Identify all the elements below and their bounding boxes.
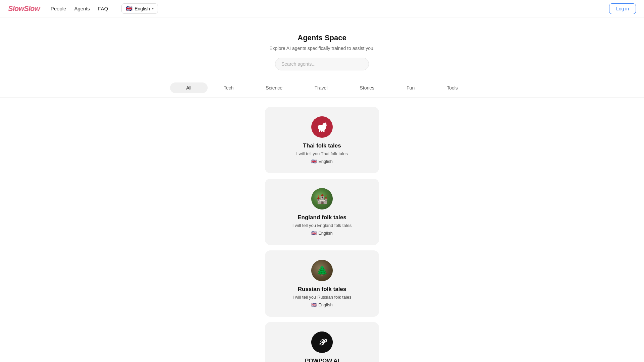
agent-desc-russian: I will tell you Russian folk tales — [273, 295, 371, 300]
agent-name-thai: Thai folk tales — [273, 142, 371, 149]
svg-point-9 — [325, 123, 326, 125]
category-bar: All Tech Science Travel Stories Fun Tool… — [0, 78, 644, 98]
svg-point-8 — [323, 123, 324, 125]
tab-tech[interactable]: Tech — [208, 82, 250, 93]
svg-rect-5 — [323, 130, 325, 132]
tab-fun[interactable]: Fun — [390, 82, 431, 93]
agent-language-russian: English — [318, 302, 333, 307]
nav-links: People Agents FAQ 🇬🇧 English ▾ — [51, 3, 158, 14]
powpow-avatar-image: 𝒫 — [311, 331, 333, 353]
search-container — [8, 58, 636, 70]
agent-lang-russian: 🇬🇧 English — [273, 302, 371, 307]
agent-language-england: English — [318, 231, 333, 236]
tab-tools[interactable]: Tools — [431, 82, 474, 93]
search-input[interactable] — [275, 58, 369, 70]
agent-name-england: England folk tales — [273, 214, 371, 221]
language-label: English — [135, 6, 150, 11]
agent-flag-england: 🇬🇧 — [311, 231, 317, 236]
england-avatar-image: 🏰 — [311, 188, 333, 209]
agent-lang-thai: 🇬🇧 English — [273, 159, 371, 164]
agent-avatar-powpow: 𝒫 — [311, 331, 333, 353]
tab-science[interactable]: Science — [250, 82, 299, 93]
agent-name-russian: Russian folk tales — [273, 286, 371, 293]
agent-desc-thai: I will tell you Thai folk tales — [273, 151, 371, 156]
russian-avatar-image: 🌲 — [311, 260, 333, 281]
svg-rect-4 — [321, 130, 323, 132]
agent-avatar-thai — [311, 116, 333, 138]
tab-travel[interactable]: Travel — [299, 82, 343, 93]
navbar: SlowSlow People Agents FAQ 🇬🇧 English ▾ … — [0, 0, 644, 17]
agent-flag-russian: 🇬🇧 — [311, 302, 317, 307]
agent-desc-england: I will tell you England folk tales — [273, 223, 371, 228]
nav-agents[interactable]: Agents — [74, 6, 90, 11]
hero-subtitle: Explore AI agents specifically trained t… — [8, 46, 636, 51]
language-selector[interactable]: 🇬🇧 English ▾ — [121, 3, 158, 14]
svg-rect-3 — [319, 130, 320, 132]
nav-people[interactable]: People — [51, 6, 66, 11]
agent-avatar-russian: 🌲 — [311, 260, 333, 281]
agent-lang-england: 🇬🇧 English — [273, 231, 371, 236]
agent-card-england[interactable]: 🏰 England folk tales I will tell you Eng… — [265, 179, 379, 245]
nav-faq[interactable]: FAQ — [98, 6, 108, 11]
hero-section: Agents Space Explore AI agents specifica… — [0, 17, 644, 78]
agent-card-russian[interactable]: 🌲 Russian folk tales I will tell you Rus… — [265, 250, 379, 317]
login-button[interactable]: Log in — [609, 3, 636, 14]
tab-all[interactable]: All — [170, 82, 208, 93]
agent-avatar-england: 🏰 — [311, 188, 333, 209]
agent-cards-list: Thai folk tales I will tell you Thai fol… — [0, 107, 644, 362]
agent-name-powpow: POWPOW.AI — [273, 358, 371, 362]
page-title: Agents Space — [8, 34, 636, 42]
elephant-icon — [315, 120, 329, 134]
chevron-down-icon: ▾ — [152, 7, 154, 10]
agent-card-thai[interactable]: Thai folk tales I will tell you Thai fol… — [265, 107, 379, 173]
navbar-right: Log in — [609, 3, 636, 14]
logo: SlowSlow — [8, 4, 40, 13]
agent-flag-thai: 🇬🇧 — [311, 159, 317, 164]
tab-stories[interactable]: Stories — [343, 82, 390, 93]
agent-card-powpow[interactable]: 𝒫 POWPOW.AI Your friendly AI agent for a… — [265, 322, 379, 362]
agent-language-thai: English — [318, 159, 333, 164]
language-flag: 🇬🇧 — [126, 5, 132, 12]
